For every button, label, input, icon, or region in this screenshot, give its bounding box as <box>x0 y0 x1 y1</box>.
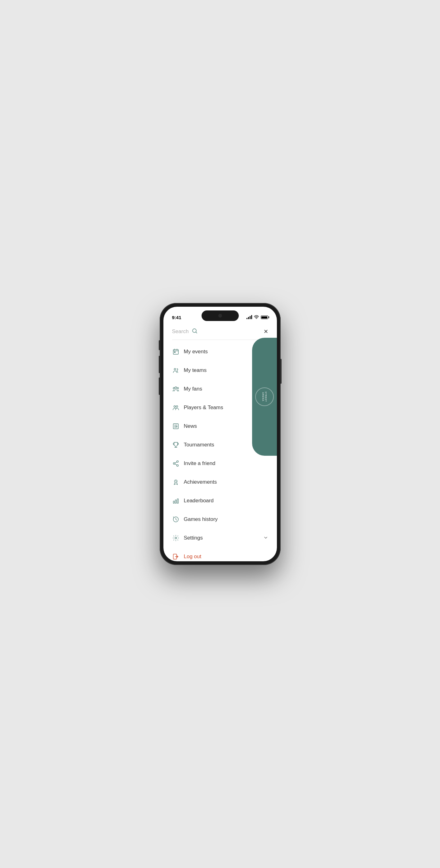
menu-item-my-fans[interactable]: My fans <box>172 380 268 398</box>
menu-item-label: Settings <box>184 535 259 541</box>
close-button[interactable]: ✕ <box>264 328 268 335</box>
users-icon <box>172 385 179 393</box>
menu-list: My events My teams <box>172 342 268 561</box>
chevron-down-icon <box>263 535 268 541</box>
settings-icon <box>172 534 179 542</box>
svg-point-9 <box>176 406 178 408</box>
menu-item-label: My events <box>184 349 268 355</box>
menu-item-label: Achievements <box>184 479 268 485</box>
svg-point-19 <box>175 537 177 539</box>
search-icon <box>192 328 198 335</box>
share-icon <box>172 460 179 467</box>
calendar-icon <box>172 348 179 355</box>
battery-icon <box>261 315 268 319</box>
menu-item-tournaments[interactable]: Tournaments <box>172 436 268 454</box>
menu-item-label: Tournaments <box>184 442 268 448</box>
svg-rect-2 <box>173 349 178 354</box>
svg-point-5 <box>175 387 177 389</box>
svg-point-13 <box>173 463 175 464</box>
history-icon <box>172 516 179 523</box>
user-group-icon <box>172 367 179 374</box>
mute-button <box>159 340 160 350</box>
menu-item-settings[interactable]: Settings <box>172 529 268 547</box>
menu-item-players-teams[interactable]: Players & Teams <box>172 398 268 417</box>
achievement-icon <box>172 478 179 486</box>
volume-up-button <box>159 356 160 373</box>
status-icons <box>246 315 268 320</box>
logout-icon <box>172 553 179 560</box>
menu-item-news[interactable]: News <box>172 417 268 436</box>
leaderboard-icon <box>172 497 179 504</box>
svg-point-0 <box>256 318 257 319</box>
menu-item-label: Players & Teams <box>184 404 268 411</box>
signal-icon <box>246 315 252 319</box>
menu-item-leaderboard[interactable]: Leaderboard <box>172 491 268 510</box>
svg-rect-16 <box>173 501 174 503</box>
menu-item-achievements[interactable]: Achievements <box>172 473 268 491</box>
status-time: 9:41 <box>172 315 181 320</box>
svg-point-7 <box>177 388 179 389</box>
svg-rect-17 <box>175 500 176 503</box>
menu-item-my-teams[interactable]: My teams <box>172 361 268 380</box>
menu-item-label: Invite a friend <box>184 460 268 467</box>
search-input-area[interactable]: Search <box>172 328 259 335</box>
power-button <box>280 359 281 384</box>
phone-frame: 9:41 <box>160 303 281 565</box>
menu-item-label: Leaderboard <box>184 498 268 504</box>
svg-rect-18 <box>177 499 178 503</box>
search-placeholder: Search <box>172 329 189 335</box>
players-teams-icon <box>172 404 179 411</box>
svg-point-4 <box>174 369 176 370</box>
menu-item-my-events[interactable]: My events <box>172 342 268 361</box>
menu-item-label: My fans <box>184 386 268 392</box>
menu-item-label: News <box>184 423 268 429</box>
wifi-icon <box>254 315 259 320</box>
dynamic-island <box>202 310 239 321</box>
phone-screen: 9:41 <box>163 307 277 561</box>
search-bar[interactable]: Search ✕ <box>172 323 268 340</box>
menu-item-label: Log out <box>184 554 268 560</box>
svg-point-6 <box>173 388 175 389</box>
menu-content: Search ✕ <box>163 323 277 561</box>
menu-item-label: Games history <box>184 516 268 523</box>
menu-item-games-history[interactable]: Games history <box>172 510 268 529</box>
svg-point-8 <box>174 406 175 408</box>
svg-rect-3 <box>174 352 175 353</box>
menu-item-logout[interactable]: Log out <box>172 547 268 561</box>
trophy-icon <box>172 441 179 448</box>
news-icon <box>172 423 179 430</box>
menu-item-label: My teams <box>184 367 268 373</box>
volume-down-button <box>159 377 160 395</box>
menu-item-invite-friend[interactable]: Invite a friend <box>172 454 268 473</box>
